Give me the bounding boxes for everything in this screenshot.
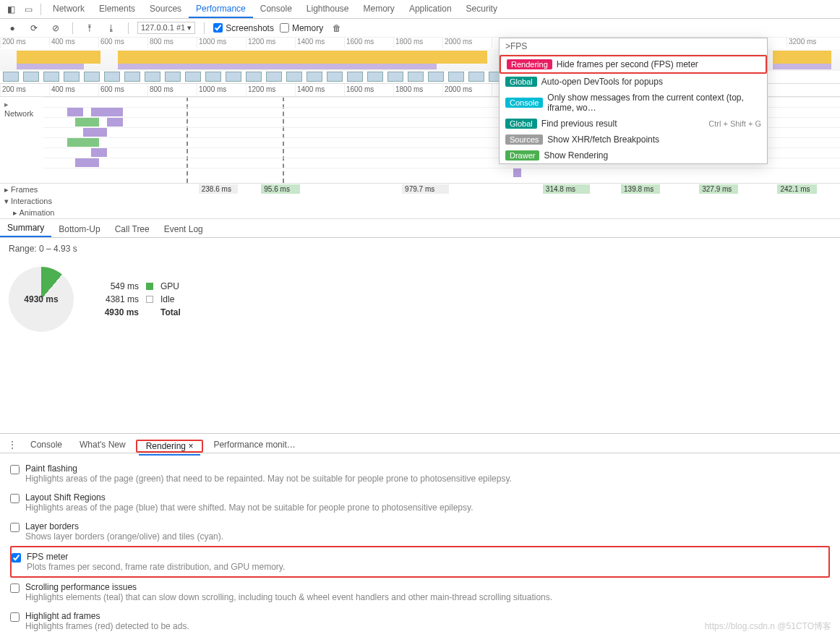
detail-tab[interactable]: Bottom-Up	[51, 221, 107, 237]
frame-chip[interactable]: 238.6 ms	[199, 184, 238, 194]
drawer-tab[interactable]: What's New	[72, 437, 133, 453]
track-animation[interactable]: ▸ Animation	[0, 208, 58, 218]
filmstrip-thumb[interactable]	[266, 72, 282, 82]
filmstrip-thumb[interactable]	[165, 72, 181, 82]
load-icon[interactable]: ⭱	[82, 20, 98, 36]
filmstrip-thumb[interactable]	[347, 72, 363, 82]
option-checkbox[interactable]	[12, 553, 21, 563]
palette-item[interactable]: GlobalFind previous resultCtrl + Shift +…	[500, 116, 767, 132]
devtools-tab-security[interactable]: Security	[459, 1, 505, 18]
filmstrip-thumb[interactable]	[3, 72, 19, 82]
rendering-option[interactable]: Layer bordersShows layer borders (orange…	[10, 517, 830, 546]
drawer-tab[interactable]: Rendering ×	[139, 438, 201, 456]
screenshots-checkbox[interactable]: Screenshots	[213, 23, 274, 33]
filmstrip-thumb[interactable]	[367, 72, 383, 82]
device-icon[interactable]: ▭	[20, 1, 36, 17]
filmstrip-thumb[interactable]	[286, 72, 302, 82]
save-icon[interactable]: ⭳	[103, 20, 119, 36]
detail-tab[interactable]: Call Tree	[108, 221, 157, 237]
filmstrip-thumb[interactable]	[327, 72, 343, 82]
frame-chip[interactable]: 327.9 ms	[699, 184, 738, 194]
filmstrip-thumb[interactable]	[428, 72, 444, 82]
filmstrip-thumb[interactable]	[448, 72, 464, 82]
devtools-tab-network[interactable]: Network	[46, 1, 92, 18]
filmstrip-thumb[interactable]	[185, 72, 201, 82]
palette-item[interactable]: SourcesShow XHR/fetch Breakpoints	[500, 132, 767, 148]
palette-item[interactable]: ConsoleOnly show messages from the curre…	[500, 90, 767, 116]
clear-icon[interactable]: ⊘	[48, 20, 64, 36]
option-checkbox[interactable]	[10, 612, 20, 622]
detail-tab[interactable]: Summary	[0, 220, 51, 237]
track-interactions[interactable]: ▾ Interactions	[0, 197, 58, 206]
record-icon[interactable]: ●	[4, 20, 20, 36]
filmstrip-thumb[interactable]	[23, 72, 39, 82]
rendering-option[interactable]: FPS meterPlots frames per second, frame …	[10, 546, 830, 578]
frame-chip[interactable]: 314.8 ms	[543, 184, 590, 194]
range-label: Range: 0 – 4.93 s	[0, 238, 840, 260]
filmstrip-thumb[interactable]	[145, 72, 160, 82]
filmstrip-thumb[interactable]	[124, 72, 140, 82]
devtools-tab-sources[interactable]: Sources	[142, 1, 189, 18]
frame-chip[interactable]: 979.7 ms	[402, 184, 449, 194]
inspect-icon[interactable]: ◧	[3, 1, 19, 17]
rendering-option[interactable]: Scrolling performance issuesHighlights e…	[10, 578, 830, 607]
frame-chip[interactable]: 139.8 ms	[621, 184, 660, 194]
summary-panel: 4930 ms 549 msGPU4381 msIdle4930 msTotal	[0, 260, 840, 339]
rendering-option[interactable]: Paint flashingHighlights areas of the pa…	[10, 459, 830, 488]
filmstrip-thumb[interactable]	[84, 72, 100, 82]
filmstrip-thumb[interactable]	[104, 72, 120, 82]
devtools-tab-console[interactable]: Console	[253, 1, 299, 18]
devtools-tab-lighthouse[interactable]: Lighthouse	[299, 1, 356, 18]
option-checkbox[interactable]	[10, 523, 20, 532]
palette-item[interactable]: DrawerShow Rendering	[500, 148, 767, 163]
detail-tab[interactable]: Event Log	[157, 221, 210, 237]
palette-item[interactable]: GlobalAuto-open DevTools for popups	[500, 74, 767, 90]
perf-controls: ● ⟳ ⊘ ⭱ ⭳ 127.0.0.1 #1 ▾ Screenshots Mem…	[0, 19, 840, 38]
devtools-tab-application[interactable]: Application	[402, 1, 459, 18]
summary-donut: 4930 ms	[9, 267, 74, 332]
drawer-menu-icon[interactable]: ⋮	[4, 437, 20, 453]
drawer-tabs: ⋮ ConsoleWhat's NewRendering ×Performanc…	[0, 433, 840, 453]
frame-chip[interactable]: 242.1 ms	[777, 184, 816, 194]
devtools-tab-performance[interactable]: Performance	[189, 1, 253, 18]
rendering-option[interactable]: Layout Shift RegionsHighlights areas of …	[10, 488, 830, 517]
option-checkbox[interactable]	[10, 465, 20, 474]
devtools-tab-elements[interactable]: Elements	[92, 1, 142, 18]
watermark: https://blog.csdn.n @51CTO博客	[705, 620, 831, 633]
drawer-tab[interactable]: Console	[23, 437, 69, 453]
tracks: ▸ Frames238.6 ms95.6 ms979.7 ms314.8 ms1…	[0, 184, 840, 219]
filmstrip-thumb[interactable]	[64, 72, 80, 82]
filmstrip-thumb[interactable]	[205, 72, 221, 82]
palette-input[interactable]: >FPS	[500, 38, 767, 55]
drawer-tab[interactable]: Performance monit…	[206, 437, 302, 453]
devtools-tab-memory[interactable]: Memory	[356, 1, 402, 18]
filmstrip-thumb[interactable]	[307, 72, 322, 82]
filmstrip-thumb[interactable]	[43, 72, 59, 82]
frame-chip[interactable]: 95.6 ms	[261, 184, 300, 194]
devtools-tabs: ◧ ▭ NetworkElementsSourcesPerformanceCon…	[0, 0, 840, 19]
command-palette: >FPS RenderingHide frames per second (FP…	[499, 38, 768, 164]
rendering-panel: Paint flashingHighlights areas of the pa…	[0, 453, 840, 637]
track-frames[interactable]: ▸ Frames	[0, 185, 58, 194]
palette-item[interactable]: RenderingHide frames per second (FPS) me…	[500, 55, 767, 74]
close-icon[interactable]: ×	[186, 441, 193, 451]
detail-tabs: SummaryBottom-UpCall TreeEvent Log	[0, 219, 840, 238]
filmstrip-thumb[interactable]	[226, 72, 241, 82]
filmstrip-thumb[interactable]	[468, 72, 484, 82]
reload-icon[interactable]: ⟳	[26, 20, 42, 36]
memory-checkbox[interactable]: Memory	[280, 23, 323, 33]
filmstrip-thumb[interactable]	[246, 72, 262, 82]
filmstrip-thumb[interactable]	[387, 72, 403, 82]
filmstrip-thumb[interactable]	[408, 72, 424, 82]
trash-icon[interactable]: 🗑	[329, 20, 345, 36]
option-checkbox[interactable]	[10, 494, 20, 503]
context-select[interactable]: 127.0.0.1 #1 ▾	[137, 22, 195, 34]
option-checkbox[interactable]	[10, 583, 20, 593]
